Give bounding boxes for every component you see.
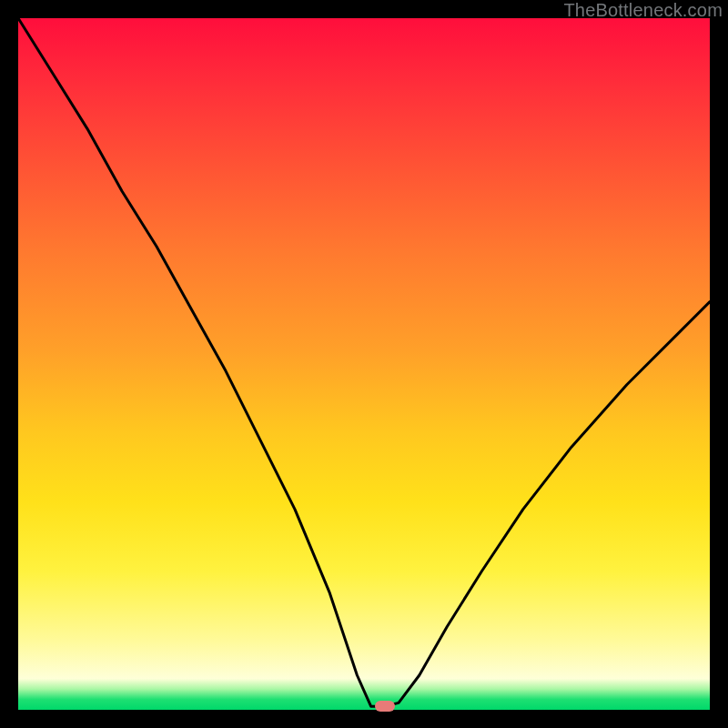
minimum-marker <box>375 701 395 712</box>
chart-stage: TheBottleneck.com <box>0 0 728 728</box>
chart-plot-area <box>18 18 710 710</box>
bottleneck-curve <box>18 18 710 710</box>
